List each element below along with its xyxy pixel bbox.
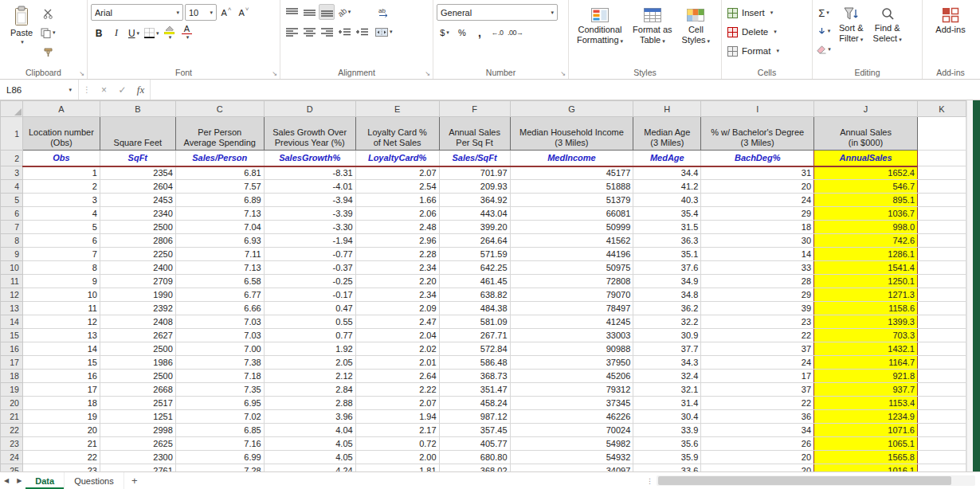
comma-style-button[interactable]: ,	[472, 25, 488, 41]
cancel-button[interactable]: ×	[95, 80, 113, 100]
dialog-launcher-icon[interactable]: ↘	[79, 71, 84, 77]
cell-F24[interactable]: 680.80	[439, 451, 510, 464]
cell-F21[interactable]: 987.12	[439, 410, 510, 424]
cell-G7[interactable]: 50999	[510, 221, 633, 234]
cell-D6[interactable]: -3.39	[264, 207, 355, 221]
cell-E11[interactable]: 2.20	[355, 275, 439, 288]
row-header-25[interactable]: 25	[1, 464, 23, 472]
cell-I23[interactable]: 26	[701, 437, 814, 451]
cell-K5[interactable]	[918, 194, 966, 207]
cell-D24[interactable]: 4.05	[264, 451, 355, 464]
cell-K14[interactable]	[918, 315, 966, 329]
cell-J2[interactable]: AnnualSales	[814, 151, 918, 166]
cell-B12[interactable]: 1990	[100, 288, 175, 302]
cell-E18[interactable]: 2.64	[355, 370, 439, 383]
cell-J4[interactable]: 546.7	[814, 180, 918, 194]
cell-E6[interactable]: 2.06	[355, 207, 439, 221]
cell-F12[interactable]: 638.82	[439, 288, 510, 302]
format-as-table-button[interactable]: Format as Table▾	[628, 4, 677, 65]
cell-E7[interactable]: 2.48	[355, 221, 439, 234]
formula-bar-splitter[interactable]: ⋮	[79, 80, 95, 100]
cell-J20[interactable]: 1153.4	[814, 397, 918, 410]
cell-C23[interactable]: 7.16	[175, 437, 264, 451]
row-header-15[interactable]: 15	[1, 329, 23, 342]
cell-C4[interactable]: 7.57	[175, 180, 264, 194]
cell-H11[interactable]: 34.9	[633, 275, 701, 288]
cell-H15[interactable]: 30.9	[633, 329, 701, 342]
cell-A16[interactable]: 14	[22, 342, 100, 356]
cell-D2[interactable]: SalesGrowth%	[264, 151, 355, 166]
cell-F9[interactable]: 571.59	[439, 248, 510, 261]
percent-style-button[interactable]: %	[454, 25, 470, 41]
cell-D10[interactable]: -0.37	[264, 261, 355, 275]
merge-center-button[interactable]: ▾	[374, 24, 394, 40]
cell-I8[interactable]: 30	[701, 234, 814, 248]
sheet-nav-right[interactable]: ▶	[13, 472, 25, 489]
cell-B4[interactable]: 2604	[100, 180, 175, 194]
cell-B13[interactable]: 2392	[100, 302, 175, 315]
cell-G1[interactable]: Median Household Income (3 Miles)	[510, 117, 633, 151]
cell-I18[interactable]: 17	[701, 370, 814, 383]
cell-E17[interactable]: 2.01	[355, 356, 439, 370]
cell-K19[interactable]	[918, 383, 966, 397]
cell-F10[interactable]: 642.25	[439, 261, 510, 275]
cell-H22[interactable]: 33.9	[633, 424, 701, 437]
cell-D21[interactable]: 3.96	[264, 410, 355, 424]
cell-D9[interactable]: -0.77	[264, 248, 355, 261]
cell-B20[interactable]: 2517	[100, 397, 175, 410]
cell-K20[interactable]	[918, 397, 966, 410]
align-left-button[interactable]	[284, 24, 300, 40]
cell-K25[interactable]	[918, 464, 966, 472]
cell-C3[interactable]: 6.81	[175, 166, 264, 180]
cell-I9[interactable]: 14	[701, 248, 814, 261]
cell-H17[interactable]: 34.3	[633, 356, 701, 370]
cell-E8[interactable]: 2.96	[355, 234, 439, 248]
dialog-launcher-icon[interactable]: ↘	[272, 71, 277, 77]
cell-J8[interactable]: 742.6	[814, 234, 918, 248]
align-center-button[interactable]	[301, 24, 317, 40]
column-header-A[interactable]: A	[22, 101, 100, 117]
cell-J13[interactable]: 1158.6	[814, 302, 918, 315]
cell-B1[interactable]: Square Feet	[100, 117, 175, 151]
cell-J18[interactable]: 921.8	[814, 370, 918, 383]
row-header-23[interactable]: 23	[1, 437, 23, 451]
conditional-formatting-button[interactable]: Conditional Formatting▾	[572, 4, 628, 65]
column-header-B[interactable]: B	[100, 101, 175, 117]
cell-B11[interactable]: 2709	[100, 275, 175, 288]
increase-indent-button[interactable]	[354, 24, 370, 40]
cell-A25[interactable]: 23	[22, 464, 100, 472]
cell-E22[interactable]: 2.17	[355, 424, 439, 437]
cell-D20[interactable]: 2.88	[264, 397, 355, 410]
cell-H7[interactable]: 31.5	[633, 221, 701, 234]
format-button[interactable]: Format▾	[725, 42, 782, 60]
cell-C2[interactable]: Sales/Person	[175, 151, 264, 166]
insert-function-button[interactable]: fx	[131, 80, 150, 100]
cell-K17[interactable]	[918, 356, 966, 370]
cell-F23[interactable]: 405.77	[439, 437, 510, 451]
row-header-7[interactable]: 7	[1, 221, 23, 234]
cut-button[interactable]	[40, 6, 57, 22]
delete-button[interactable]: Delete▾	[725, 23, 782, 41]
font-color-button[interactable]: A▾	[179, 25, 195, 41]
cell-G14[interactable]: 41245	[510, 315, 633, 329]
cell-J22[interactable]: 1071.6	[814, 424, 918, 437]
cell-F11[interactable]: 461.45	[439, 275, 510, 288]
cell-H9[interactable]: 35.1	[633, 248, 701, 261]
cell-I6[interactable]: 29	[701, 207, 814, 221]
cell-D8[interactable]: -1.94	[264, 234, 355, 248]
cell-A12[interactable]: 10	[22, 288, 100, 302]
cell-J1[interactable]: Annual Sales (in $000)	[814, 117, 918, 151]
cell-C16[interactable]: 7.00	[175, 342, 264, 356]
cell-B17[interactable]: 1986	[100, 356, 175, 370]
cell-D7[interactable]: -3.30	[264, 221, 355, 234]
cell-C25[interactable]: 7.28	[175, 464, 264, 472]
cell-F15[interactable]: 267.71	[439, 329, 510, 342]
row-header-24[interactable]: 24	[1, 451, 23, 464]
cell-D12[interactable]: -0.17	[264, 288, 355, 302]
cell-G10[interactable]: 50975	[510, 261, 633, 275]
cell-A7[interactable]: 5	[22, 221, 100, 234]
row-header-4[interactable]: 4	[1, 180, 23, 194]
cell-H8[interactable]: 36.3	[633, 234, 701, 248]
cell-F7[interactable]: 399.20	[439, 221, 510, 234]
cell-C8[interactable]: 6.93	[175, 234, 264, 248]
